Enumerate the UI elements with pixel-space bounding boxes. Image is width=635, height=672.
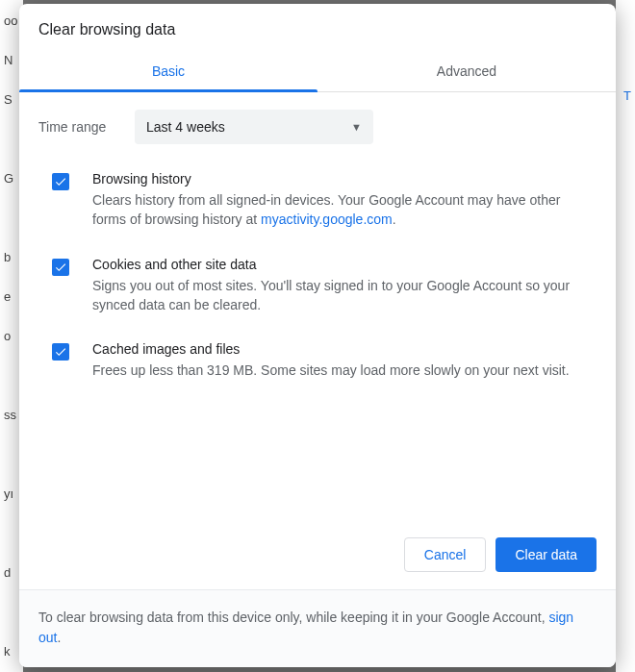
tabs: Basic Advanced xyxy=(19,52,616,92)
option-row: Browsing historyClears history from all … xyxy=(38,171,597,257)
tab-advanced-label: Advanced xyxy=(437,63,496,79)
check-icon xyxy=(54,175,67,188)
option-title: Cookies and other site data xyxy=(92,257,597,272)
option-desc-pre: Signs you out of most sites. You'll stay… xyxy=(92,278,570,312)
footer-text-pre: To clear browsing data from this device … xyxy=(38,610,548,625)
check-icon xyxy=(54,261,67,274)
option-row: Cookies and other site dataSigns you out… xyxy=(38,257,597,342)
option-link[interactable]: myactivity.google.com xyxy=(261,212,393,227)
tab-basic[interactable]: Basic xyxy=(19,52,318,91)
tab-basic-label: Basic xyxy=(152,63,185,79)
option-description: Frees up less than 319 MB. Some sites ma… xyxy=(92,361,570,380)
dialog-body: Time range Last 4 weeks ▼ Browsing histo… xyxy=(19,92,616,524)
option-text: Browsing historyClears history from all … xyxy=(92,171,597,230)
option-title: Cached images and files xyxy=(92,341,570,357)
option-text: Cached images and filesFrees up less tha… xyxy=(92,341,570,380)
footer-text-post: . xyxy=(57,630,61,645)
option-desc-post: . xyxy=(393,212,396,227)
clear-data-button[interactable]: Clear data xyxy=(495,537,597,572)
checkbox[interactable] xyxy=(52,259,69,276)
time-range-row: Time range Last 4 weeks ▼ xyxy=(38,110,597,144)
option-desc-pre: Frees up less than 319 MB. Some sites ma… xyxy=(92,362,570,378)
clear-data-button-label: Clear data xyxy=(515,547,577,562)
background-right-text: T xyxy=(623,88,631,103)
time-range-select[interactable]: Last 4 weeks ▼ xyxy=(135,110,373,144)
cancel-button[interactable]: Cancel xyxy=(404,537,487,572)
clear-browsing-data-dialog: Clear browsing data Basic Advanced Time … xyxy=(19,4,616,667)
option-description: Clears history from all signed-in device… xyxy=(92,190,597,230)
checkbox[interactable] xyxy=(52,343,69,361)
cancel-button-label: Cancel xyxy=(424,547,467,562)
time-range-label: Time range xyxy=(38,119,135,135)
option-title: Browsing history xyxy=(92,171,597,187)
chevron-down-icon: ▼ xyxy=(351,121,362,133)
option-text: Cookies and other site dataSigns you out… xyxy=(92,257,597,315)
tab-advanced[interactable]: Advanced xyxy=(318,52,616,91)
checkbox[interactable] xyxy=(52,173,69,190)
dialog-actions: Cancel Clear data xyxy=(19,524,616,589)
dialog-footer: To clear browsing data from this device … xyxy=(19,589,616,667)
dialog-title: Clear browsing data xyxy=(19,4,616,52)
option-row: Cached images and filesFrees up less tha… xyxy=(38,341,597,407)
check-icon xyxy=(54,345,67,359)
option-description: Signs you out of most sites. You'll stay… xyxy=(92,276,597,315)
time-range-value: Last 4 weeks xyxy=(146,119,225,135)
